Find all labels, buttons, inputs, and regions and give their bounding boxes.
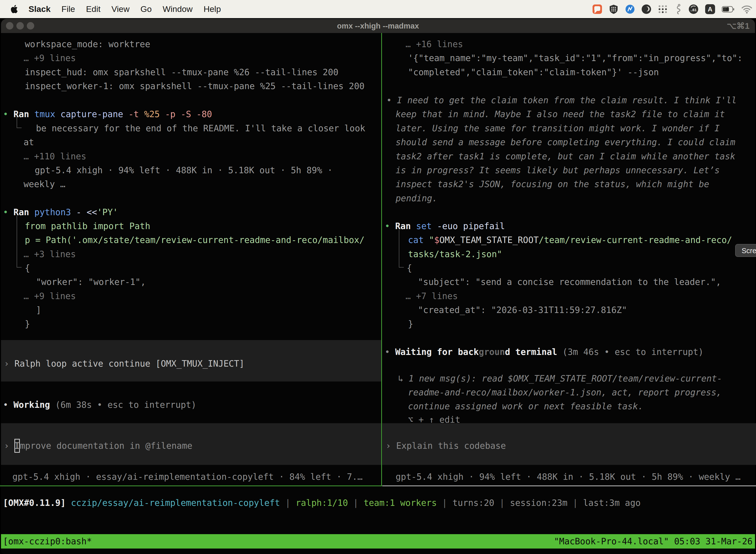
terminal-line: is in progress? It seems likely but perh…: [396, 163, 719, 177]
terminal-line: • Ran set -euo pipefail: [385, 219, 505, 233]
terminal-line: › Explain this codebase: [386, 439, 506, 453]
terminal-line: [OMX#0.11.9] cczip/essay/ai-reimplementa…: [3, 496, 641, 510]
wifi-icon[interactable]: [741, 4, 753, 14]
menu-bar: Slack FileEditViewGoWindowHelp: [0, 0, 756, 18]
terminal-line: keep that in mind. Maybe I also need the…: [396, 107, 725, 121]
menu-app-name[interactable]: Slack: [28, 4, 51, 14]
a-square-icon[interactable]: A: [705, 4, 715, 14]
terminal-line: • Ran python3 - <<'PY': [3, 205, 118, 219]
battery-icon[interactable]: [722, 4, 735, 14]
terminal-line: gpt-5.4 xhigh · 94% left · 488K in · 5.1…: [396, 470, 741, 484]
terminal-line: {: [25, 261, 30, 275]
terminal-line: ↳ 1 new msg(s): read $OMX_TEAM_STATE_ROO…: [398, 372, 722, 385]
menu-item-go[interactable]: Go: [140, 4, 151, 14]
terminal-line: {: [407, 261, 412, 275]
svg-text:A: A: [708, 5, 712, 13]
blue-badge-icon[interactable]: [625, 4, 635, 14]
terminal-line: … +3 lines: [23, 247, 76, 261]
terminal-line: … +9 lines: [23, 51, 76, 65]
terminal-line: weekly …: [23, 177, 65, 191]
apple-menu-icon[interactable]: [11, 5, 18, 13]
pane-divider[interactable]: [381, 33, 382, 486]
terminal-line: › Improve documentation in @filename: [4, 439, 192, 453]
command-guide-corner: [399, 267, 404, 268]
svg-text:..61: ..61: [690, 8, 696, 12]
terminal-line: continue assigned work or next feasible …: [408, 399, 643, 413]
terminal-line: "created_at": "2026-03-31T11:59:27.816Z": [418, 303, 627, 317]
terminal-line: "worker": "worker-1",: [36, 275, 146, 289]
terminal-line: should send a message before completing …: [396, 135, 736, 149]
terminal-line: tasks/task-2.json": [408, 247, 502, 261]
terminal-line: gpt-5.4 xhigh · essay/ai-reimplementatio…: [12, 470, 363, 484]
tmux-status-bar: [omx-cczip0:bash* "MacBook-Pro-44.local"…: [1, 534, 755, 549]
gauge-61-icon[interactable]: ..61: [689, 4, 698, 14]
terminal-line: gpt-5.4 xhigh · 94% left · 488K in · 5.1…: [35, 163, 333, 177]
menu-left: Slack FileEditViewGoWindowHelp: [0, 4, 221, 14]
terminal-line: … +110 lines: [23, 150, 86, 163]
terminal-line: inspect task2's JSON, focusing on the st…: [396, 177, 709, 191]
terminal-line: inspect_worker-1: omx sparkshell --tmux-…: [25, 79, 365, 93]
terminal-line: p = Path('.omx/state/team/review-current…: [25, 233, 365, 247]
terminal-line: • Waiting for background terminal (3m 46…: [385, 345, 703, 359]
window-title: omx --xhigh --madmax: [1, 19, 755, 33]
terminal-line: • I need to get the claim token from the…: [386, 93, 737, 107]
terminal-line: later. Using the same for transition mig…: [396, 121, 719, 135]
menu-item-window[interactable]: Window: [163, 4, 193, 14]
menu-item-view[interactable]: View: [111, 4, 129, 14]
title-bar: omx --xhigh --madmax ⌥⌘1: [1, 19, 755, 33]
terminal-line: }: [408, 317, 413, 331]
menu-item-edit[interactable]: Edit: [86, 4, 101, 14]
chat-app-icon[interactable]: [592, 4, 602, 14]
screen-overlay-tooltip: Scre: [735, 244, 756, 257]
terminal-line: ]: [36, 303, 41, 317]
terminal-line: "completed","claim_token":"claim-token"}…: [408, 65, 659, 79]
terminal-line: '{"team_name":"my-team","task_id":"1","f…: [408, 51, 743, 65]
command-guide-line: [17, 215, 17, 268]
terminal-line: }: [25, 317, 30, 331]
terminal-line: workspace_mode: worktree: [25, 37, 150, 51]
moon-circle-icon[interactable]: [641, 4, 651, 14]
screen: Slack FileEditViewGoWindowHelp: [0, 0, 756, 554]
window-shortcut-hint: ⌥⌘1: [727, 19, 750, 33]
terminal-line: from pathlib import Path: [25, 219, 150, 233]
terminal-line: at: [23, 135, 34, 149]
terminal-line: … +16 lines: [405, 37, 463, 51]
terminal-line: task2 after task1 is complete, but can I…: [396, 150, 736, 163]
menu-status-icons: ..61 A: [592, 0, 754, 18]
terminal-line: pending.: [396, 191, 438, 205]
active-pane-border: [0, 486, 381, 486]
inactive-pane-border: [382, 486, 756, 486]
tmux-session-label: [omx-cczip0:bash*: [3, 534, 92, 549]
terminal-line: … +9 lines: [23, 289, 76, 303]
command-guide-line: [399, 230, 399, 268]
menu-item-file[interactable]: File: [62, 4, 75, 14]
terminal-line: ⌥ + ↑ edit: [408, 413, 460, 427]
shield-grid-icon[interactable]: [609, 4, 619, 14]
terminal-line: be necessary for the end of the README. …: [36, 121, 365, 135]
terminal-line: inspect_hud: omx sparkshell --tmux-pane …: [25, 65, 338, 79]
terminal-line: • Ran tmux capture-pane -t %25 -p -S -80: [3, 107, 212, 121]
tmux-host-clock: "MacBook-Pro-44.local" 05:03 31-Mar-26: [554, 534, 753, 549]
menu-item-help[interactable]: Help: [204, 4, 221, 14]
terminal-line: readme-and-reco/mailbox/worker-1.json, a…: [408, 385, 721, 399]
terminal-line: "subject": "send a concise recommendatio…: [418, 275, 721, 289]
terminal-line: • Working (6m 38s • esc to interrupt): [3, 398, 196, 412]
dots-grid-icon[interactable]: [658, 4, 668, 14]
command-guide-corner: [17, 267, 21, 268]
terminal-line: › Ralph loop active continue [OMX_TMUX_I…: [4, 357, 244, 371]
terminal-line: … +7 lines: [405, 289, 458, 303]
command-guide-corner: [17, 127, 21, 128]
terminal-line: cat "$OMX_TEAM_STATE_ROOT/team/review-cu…: [408, 233, 732, 247]
squiggle-icon[interactable]: [674, 4, 682, 14]
